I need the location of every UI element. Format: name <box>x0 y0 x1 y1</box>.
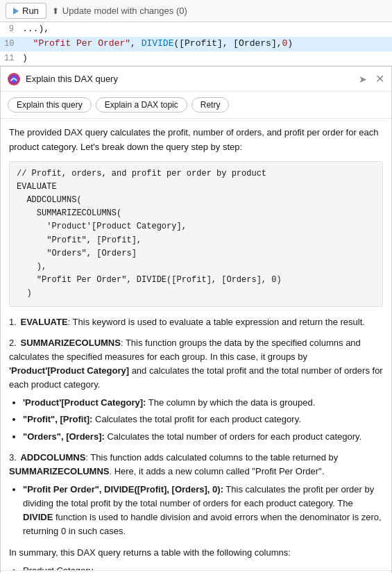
svg-point-0 <box>8 73 20 85</box>
bullet-orders: "Orders", [Orders]: Calculates the total… <box>23 430 383 444</box>
intro-text: The provided DAX query calculates the pr… <box>9 126 383 153</box>
code-line-10: 10 "Profit Per Order", DIVIDE([Profit], … <box>0 37 392 51</box>
retry-button[interactable]: Retry <box>191 97 230 113</box>
line-number-11: 11 <box>0 52 22 65</box>
section-3-title: ADDCOLUMNS <box>20 452 85 463</box>
code-line-9: 9 ...), <box>0 22 392 37</box>
section-2-title: SUMMARIZECOLUMNS <box>20 338 120 348</box>
code-editor: 9 ...), 10 "Profit Per Order", DIVIDE([P… <box>0 22 392 66</box>
section-2-bullets: 'Product'[Product Category]: The column … <box>9 396 383 443</box>
summary-intro: In summary, this DAX query returns a tab… <box>9 546 383 560</box>
line-content-9: ...), <box>22 22 392 37</box>
send-icon[interactable]: ➤ <box>359 74 367 85</box>
ai-panel: Explain this DAX query ➤ ✕ Explain this … <box>0 66 392 573</box>
action-buttons-bar: Explain this query Explain a DAX topic R… <box>1 92 391 119</box>
dax-code-block: // Profit, orders, and profit per order … <box>9 161 383 307</box>
ai-footer: Show less ⌃ 👍 👎 <box>1 570 391 573</box>
line-number-10: 10 <box>0 38 22 51</box>
code-line-11: 11 ) <box>0 51 392 66</box>
bullet-profit: "Profit", [Profit]: Calculates the total… <box>23 413 383 426</box>
explanation-list: 1. EVALUATE: This keyword is used to eva… <box>9 315 383 539</box>
summary-list: Product Category Profit Orders Profit Pe… <box>9 564 383 571</box>
toolbar: Run ⬆ Update model with changes (0) <box>0 0 392 22</box>
explain-dax-topic-button[interactable]: Explain a DAX topic <box>96 97 187 113</box>
bullet-profit-per-order: "Profit Per Order", DIVIDE([Profit], [Or… <box>23 483 383 539</box>
section-addcolumns: 3. ADDCOLUMNS: This function adds calcul… <box>9 451 383 539</box>
update-model-button[interactable]: ⬆ Update model with changes (0) <box>52 6 187 16</box>
section-evaluate: 1. EVALUATE: This keyword is used to eva… <box>9 315 383 329</box>
ai-content-area: The provided DAX query calculates the pr… <box>1 119 391 570</box>
run-label: Run <box>22 6 39 16</box>
close-icon[interactable]: ✕ <box>375 72 384 85</box>
bullet-product-category: 'Product'[Product Category]: The column … <box>23 396 383 410</box>
update-label: Update model with changes (0) <box>62 6 187 16</box>
section-1-text: : This keyword is used to evaluate a tab… <box>68 317 365 327</box>
section-1-title: EVALUATE <box>20 317 67 327</box>
section-3-bullets: "Profit Per Order", DIVIDE([Profit], [Or… <box>9 483 383 539</box>
line-content-10: "Profit Per Order", DIVIDE([Profit], [Or… <box>22 37 392 51</box>
section-3-num: 3. <box>9 452 17 463</box>
run-icon <box>13 8 19 15</box>
summary-item-1: Product Category <box>23 564 383 571</box>
run-button[interactable]: Run <box>6 3 46 19</box>
line-content-11: ) <box>22 51 392 66</box>
ai-logo-icon <box>8 73 20 85</box>
section-summarizecolumns: 2. SUMMARIZECOLUMNS: This function group… <box>9 336 383 444</box>
section-1-num: 1. <box>9 317 17 327</box>
upload-icon: ⬆ <box>52 6 59 16</box>
explain-query-button[interactable]: Explain this query <box>8 97 92 113</box>
ai-panel-title: Explain this DAX query <box>26 74 353 84</box>
section-2-num: 2. <box>9 338 17 348</box>
ai-header: Explain this DAX query ➤ ✕ <box>1 67 391 92</box>
line-number-9: 9 <box>0 23 22 36</box>
